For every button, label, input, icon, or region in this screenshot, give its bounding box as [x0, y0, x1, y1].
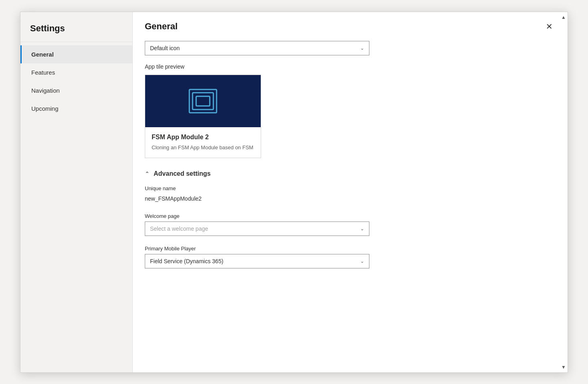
advanced-settings-header[interactable]: ⌃ Advanced settings: [145, 170, 556, 177]
app-tile-preview-section: App tile preview: [145, 63, 556, 158]
svg-rect-2: [196, 96, 210, 106]
unique-name-group: Unique name new_FSMAppModule2: [145, 185, 556, 203]
app-tile-preview-label: App tile preview: [145, 63, 556, 70]
primary-mobile-player-group: Primary Mobile Player Field Service (Dyn…: [145, 246, 556, 268]
icon-dropdown[interactable]: Default icon ⌄: [145, 41, 369, 55]
icon-dropdown-container: Default icon ⌄: [145, 41, 556, 55]
content-area: Default icon ⌄ App tile preview: [133, 37, 568, 372]
main-header: General ✕: [133, 12, 568, 37]
sidebar-item-upcoming[interactable]: Upcoming: [20, 100, 132, 118]
sidebar-title: Settings: [20, 12, 132, 42]
welcome-page-label: Welcome page: [145, 213, 556, 219]
app-tile-icon: [189, 89, 217, 114]
close-button[interactable]: ✕: [543, 20, 556, 33]
unique-name-label: Unique name: [145, 185, 556, 191]
chevron-up-icon: ⌃: [145, 171, 150, 177]
chevron-down-icon: ⌄: [360, 226, 364, 232]
settings-modal: Settings General Features Navigation Upc…: [20, 12, 568, 373]
app-tile-body: FSM App Module 2 Cloning an FSM App Modu…: [145, 127, 261, 158]
sidebar: Settings General Features Navigation Upc…: [20, 12, 133, 372]
welcome-page-dropdown[interactable]: Select a welcome page ⌄: [145, 221, 369, 236]
advanced-settings-title: Advanced settings: [154, 170, 211, 177]
app-tile-desc: Cloning an FSM App Module based on FSM: [152, 144, 254, 151]
sidebar-nav: General Features Navigation Upcoming: [20, 42, 132, 118]
scroll-up-arrow[interactable]: ▲: [560, 14, 567, 21]
welcome-page-placeholder: Select a welcome page: [150, 226, 208, 232]
scroll-down-arrow[interactable]: ▼: [560, 364, 567, 371]
scroll-arrows: ▲ ▼: [560, 12, 568, 372]
sidebar-item-features[interactable]: Features: [20, 63, 132, 81]
unique-name-value: new_FSMAppModule2: [145, 194, 556, 203]
sidebar-item-general[interactable]: General: [20, 45, 132, 63]
primary-mobile-player-value: Field Service (Dynamics 365): [150, 258, 223, 264]
welcome-page-group: Welcome page Select a welcome page ⌄: [145, 213, 556, 236]
app-tile-header: [145, 75, 261, 127]
app-tile: FSM App Module 2 Cloning an FSM App Modu…: [145, 75, 261, 158]
primary-mobile-player-label: Primary Mobile Player: [145, 246, 556, 252]
main-content: General ✕ Default icon ⌄ App tile previe…: [133, 12, 568, 372]
icon-dropdown-value: Default icon: [150, 45, 180, 51]
app-tile-name: FSM App Module 2: [152, 134, 254, 141]
page-title: General: [145, 21, 178, 32]
sidebar-item-navigation[interactable]: Navigation: [20, 81, 132, 100]
primary-mobile-player-dropdown[interactable]: Field Service (Dynamics 365) ⌄: [145, 254, 369, 268]
chevron-down-icon: ⌄: [360, 258, 364, 264]
chevron-down-icon: ⌄: [360, 45, 364, 51]
